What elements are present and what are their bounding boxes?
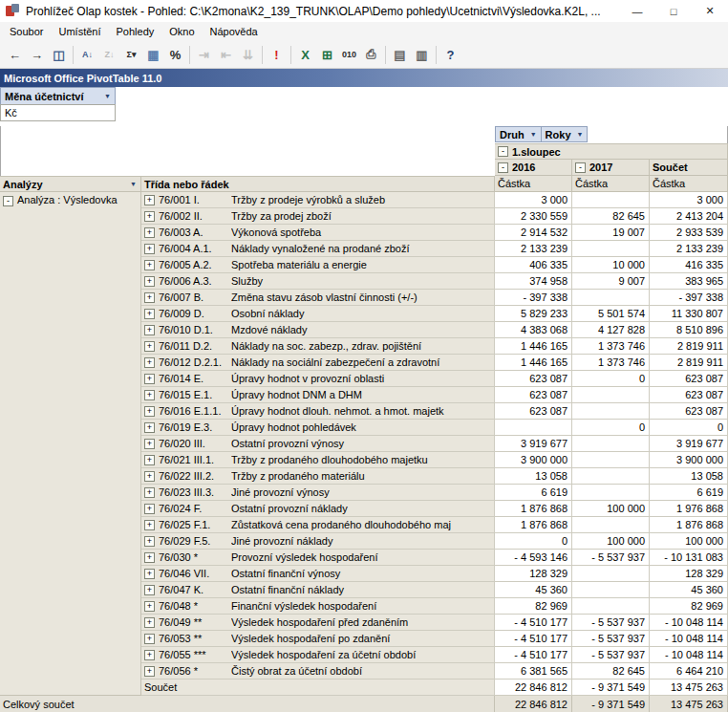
- collapse-icon[interactable]: -: [575, 162, 586, 173]
- collapse-icon[interactable]: -: [498, 162, 508, 173]
- expand-icon[interactable]: +: [144, 504, 155, 514]
- maximize-button[interactable]: □: [655, 0, 692, 22]
- export-list-icon[interactable]: ⊞: [316, 44, 338, 65]
- row-label[interactable]: +76/003 A.Výkonová spotřeba: [141, 225, 495, 241]
- row-label[interactable]: +76/012 D.2.1.Náklady na sociální zabezp…: [141, 355, 495, 371]
- expand-icon[interactable]: +: [144, 520, 155, 530]
- show-as-numbers-icon[interactable]: 010: [338, 44, 360, 65]
- row-label[interactable]: +76/049 **Výsledek hospodaření před zdan…: [141, 615, 495, 631]
- expand-icon[interactable]: +: [144, 341, 155, 352]
- row-label[interactable]: +76/056 *Čistý obrat za účetní období: [141, 663, 495, 680]
- subtotal-icon[interactable]: ▦: [142, 44, 164, 65]
- collapse-icon[interactable]: -: [3, 196, 13, 206]
- row-label[interactable]: +76/029 F.5.Jiné provozní náklady: [141, 533, 495, 550]
- row-label[interactable]: +76/015 E.1.Úpravy hodnot DNM a DHM: [141, 387, 495, 403]
- print-icon[interactable]: ⎙: [360, 44, 382, 65]
- help-icon[interactable]: ?: [439, 44, 461, 65]
- menu-okno[interactable]: Okno: [161, 23, 202, 40]
- menu-soubor[interactable]: Soubor: [2, 23, 51, 40]
- row-label[interactable]: +76/002 II.Tržby za prodej zboží: [141, 208, 495, 225]
- expand-icon[interactable]: +: [144, 406, 155, 417]
- expand-icon[interactable]: +: [144, 227, 155, 238]
- commands-options-icon[interactable]: ▤: [389, 44, 411, 65]
- minimize-button[interactable]: —: [619, 0, 655, 22]
- row-label[interactable]: +76/030 *Provozní výsledek hospodaření: [141, 550, 495, 566]
- expand-icon[interactable]: +: [144, 634, 155, 644]
- expand-icon[interactable]: +: [144, 244, 155, 254]
- forward-icon[interactable]: →: [26, 44, 48, 65]
- row-label[interactable]: +76/005 A.2.Spotřeba materiálu a energie: [141, 257, 495, 273]
- row-label[interactable]: +76/046 VII.Ostatní finanční výnosy: [141, 566, 495, 582]
- row-label[interactable]: +76/053 **Výsledek hospodaření po zdaněn…: [141, 631, 495, 647]
- row-label[interactable]: +76/011 D.2.Náklady na soc. zabezp., zdr…: [141, 338, 495, 355]
- expand-icon[interactable]: +: [144, 260, 155, 270]
- column-header-2017[interactable]: - 2017: [572, 160, 650, 176]
- export-to-excel-icon[interactable]: X: [294, 44, 316, 65]
- expand-icon[interactable]: +: [144, 471, 155, 482]
- row-label[interactable]: +76/006 A.3.Služby: [141, 273, 495, 290]
- expand-icon[interactable]: +: [144, 309, 155, 319]
- row-label[interactable]: +76/025 F.1.Zůstatková cena prodaného dl…: [141, 517, 495, 533]
- row-label[interactable]: +76/047 K.Ostatní finanční náklady: [141, 582, 495, 598]
- expand-icon[interactable]: +: [144, 374, 155, 384]
- column-field-druh[interactable]: Druh ▼: [495, 126, 542, 142]
- expand-icon[interactable]: +: [144, 666, 155, 677]
- row-label[interactable]: +76/019 E.3.Úpravy hodnot pohledávek: [141, 420, 495, 436]
- close-button[interactable]: ✕: [692, 0, 728, 22]
- expand-icon[interactable]: +: [144, 422, 155, 433]
- row-label[interactable]: +76/014 E.Úpravy hodnot v provozní oblas…: [141, 371, 495, 387]
- expand-icon[interactable]: +: [144, 276, 155, 287]
- expand-icon[interactable]: +: [144, 617, 155, 628]
- row-label[interactable]: +76/001 I.Tržby z prodeje výrobků a služ…: [141, 192, 495, 208]
- row-label[interactable]: +76/016 E.1.1.Úpravy hodnot dlouh. nehmo…: [141, 403, 495, 420]
- row-label[interactable]: +76/020 III.Ostatní provozní výnosy: [141, 436, 495, 452]
- row-label[interactable]: +76/021 III.1.Tržby z prodaného dlouhodo…: [141, 452, 495, 468]
- row-field-analyzy[interactable]: Analýzy ▼: [0, 176, 141, 192]
- refresh-icon[interactable]: !: [266, 44, 288, 65]
- expand-icon[interactable]: +: [144, 601, 155, 612]
- field-list-icon[interactable]: ▥: [411, 44, 433, 65]
- menu-pohledy[interactable]: Pohledy: [109, 23, 162, 40]
- expand-icon[interactable]: +: [144, 569, 155, 579]
- menu-napoveda[interactable]: Nápověda: [203, 23, 266, 40]
- expand-icon[interactable]: +: [144, 552, 155, 563]
- expand-icon[interactable]: +: [144, 211, 155, 222]
- expand-icon[interactable]: +: [144, 195, 155, 205]
- autosum-icon[interactable]: Σ▾: [120, 44, 142, 65]
- expand-icon[interactable]: +: [144, 585, 155, 595]
- expand-icon[interactable]: +: [144, 536, 155, 547]
- row-area-member[interactable]: - Analýza : Výsledovka: [0, 192, 141, 696]
- column-field-roky[interactable]: Roky ▼: [541, 126, 589, 142]
- row-label[interactable]: +76/007 B.Změna stavu zásob vlastní činn…: [141, 290, 495, 306]
- expand-icon[interactable]: +: [144, 357, 155, 368]
- percent-format-icon[interactable]: %: [164, 44, 186, 65]
- dropdown-arrow-icon[interactable]: ▼: [98, 93, 111, 99]
- column-header-2016[interactable]: - 2016: [495, 160, 572, 176]
- expand-icon[interactable]: +: [144, 487, 155, 498]
- filter-value-cell[interactable]: Kč: [0, 104, 116, 121]
- row-label[interactable]: +76/009 D.Osobní náklady: [141, 306, 495, 322]
- menu-umisteni[interactable]: Umístění: [51, 23, 108, 40]
- dropdown-arrow-icon[interactable]: ▼: [525, 131, 537, 138]
- row-label[interactable]: +76/022 III.2.Tržby z prodaného materiál…: [141, 468, 495, 485]
- expand-icon[interactable]: +: [144, 390, 155, 400]
- row-label[interactable]: +76/055 ***Výsledek hospodaření za účetn…: [141, 647, 495, 663]
- column-group-header[interactable]: - 1.sloupec: [495, 143, 728, 160]
- collapse-icon[interactable]: -: [498, 146, 508, 157]
- row-label[interactable]: +76/004 A.1.Náklady vynaložené na prodan…: [141, 241, 495, 257]
- row-label[interactable]: +76/023 III.3.Jiné provozní výnosy: [141, 485, 495, 501]
- expand-icon[interactable]: +: [144, 292, 155, 303]
- row-label[interactable]: +76/048 *Finanční výsledek hospodaření: [141, 598, 495, 615]
- back-icon[interactable]: ←: [4, 44, 26, 65]
- sort-ascending-icon[interactable]: A↓: [76, 44, 98, 65]
- filter-field-mena-ucetnictvi[interactable]: Měna účetnictví ▼: [0, 87, 116, 105]
- row-label[interactable]: +76/024 F.Ostatní provozní náklady: [141, 501, 495, 517]
- expand-icon[interactable]: +: [144, 650, 155, 660]
- dropdown-arrow-icon[interactable]: ▼: [130, 181, 137, 187]
- copy-icon[interactable]: ◫: [48, 44, 70, 65]
- expand-icon[interactable]: +: [144, 439, 155, 449]
- dropdown-arrow-icon[interactable]: ▼: [571, 131, 584, 138]
- row-label[interactable]: +76/010 D.1.Mzdové náklady: [141, 322, 495, 338]
- expand-icon[interactable]: +: [144, 325, 155, 335]
- expand-icon[interactable]: +: [144, 455, 155, 465]
